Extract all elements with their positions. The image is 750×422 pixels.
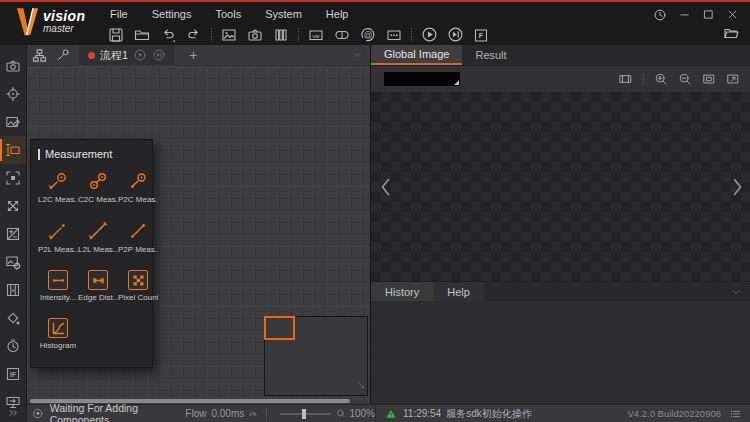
- zoom-in-icon[interactable]: [654, 72, 668, 86]
- script-icon: [386, 27, 402, 43]
- image-gear-icon: [5, 254, 21, 270]
- maximize-icon: [702, 8, 715, 21]
- tool-pixel-count[interactable]: Pixel Count: [118, 270, 158, 302]
- sidebar-item-camera[interactable]: [0, 52, 26, 80]
- run-process-continuous-icon[interactable]: [152, 48, 166, 62]
- tab-global-image[interactable]: Global Image: [371, 45, 462, 65]
- edge-distance-icon: [88, 270, 108, 290]
- script-button[interactable]: [381, 25, 407, 45]
- chevron-left-icon: [380, 177, 391, 197]
- zoom-slider-thumb[interactable]: [302, 409, 306, 419]
- scene-image-button[interactable]: [216, 25, 242, 45]
- add-process-button[interactable]: +: [189, 48, 197, 62]
- point-to-line-measure-icon: [47, 220, 69, 242]
- canvas-zoom-slider[interactable]: [280, 413, 330, 415]
- redo-button[interactable]: [181, 25, 207, 45]
- sidebar-expand-button[interactable]: [0, 406, 26, 420]
- tool-label: Intensity...: [40, 293, 76, 302]
- undo-button[interactable]: [155, 25, 181, 45]
- function-module-icon: F: [473, 27, 489, 43]
- tool-histogram[interactable]: Histogram: [38, 318, 78, 350]
- tool-p2p-measure[interactable]: P2P Meas...: [118, 220, 158, 254]
- sidebar-item-if-branch[interactable]: IF: [0, 360, 26, 388]
- menu-file[interactable]: File: [98, 5, 140, 23]
- zoom-magnifier-icon[interactable]: [336, 408, 346, 419]
- tool-c2c-measure[interactable]: C2C Meas...: [78, 170, 118, 204]
- tab-help[interactable]: Help: [433, 282, 484, 301]
- point-to-point-measure-icon: [127, 220, 149, 242]
- camera-button[interactable]: [242, 25, 268, 45]
- fit-view-icon[interactable]: [702, 72, 716, 86]
- run-process-icon[interactable]: [133, 48, 147, 62]
- module-list-button[interactable]: [268, 25, 294, 45]
- intensity-measure-icon: [48, 270, 68, 290]
- log-list-button[interactable]: [729, 408, 742, 420]
- tool-l2l-measure[interactable]: L2L Meas...: [78, 220, 118, 254]
- sidebar-item-calibration[interactable]: [0, 192, 26, 220]
- image-viewport[interactable]: [371, 92, 750, 281]
- sidebar-item-match[interactable]: [0, 164, 26, 192]
- measurement-icon: [5, 142, 21, 158]
- tool-l2c-measure[interactable]: L2C Meas...: [38, 170, 78, 204]
- history-clock-button[interactable]: [648, 6, 672, 23]
- tool-p2l-measure[interactable]: P2L Meas...: [38, 220, 78, 254]
- tool-p2c-measure[interactable]: P2C Meas...: [118, 170, 158, 204]
- tool-intensity-measure[interactable]: Intensity...: [38, 270, 78, 302]
- flow-settings-button[interactable]: [51, 45, 75, 66]
- sidebar-item-logic-time[interactable]: [0, 332, 26, 360]
- run-continuous-button[interactable]: [442, 25, 468, 45]
- save-button[interactable]: [103, 25, 129, 45]
- tool-label: L2C Meas...: [38, 195, 78, 204]
- svg-text:@: @: [364, 29, 373, 39]
- process-tab[interactable]: 流程1: [79, 45, 175, 66]
- previous-image-button[interactable]: [380, 177, 391, 197]
- image-panel-tabs: Global Image Result: [371, 45, 750, 66]
- brand-primary: vision: [43, 9, 85, 24]
- flow-structure-button[interactable]: [27, 45, 51, 66]
- menu-tools[interactable]: Tools: [203, 5, 253, 23]
- function-module-button[interactable]: F: [468, 25, 494, 45]
- history-panel-collapse-button[interactable]: [730, 286, 742, 298]
- menu-system[interactable]: System: [253, 5, 314, 23]
- maximize-button[interactable]: [696, 6, 720, 23]
- tool-edge-distance[interactable]: Edge Dist...: [78, 270, 118, 302]
- tool-label: P2C Meas...: [118, 195, 158, 204]
- flow-header-collapse-button[interactable]: [351, 49, 363, 61]
- image-display-icon[interactable]: [618, 72, 633, 86]
- sidebar-item-defect-detection[interactable]: [0, 276, 26, 304]
- minimap-viewport[interactable]: [264, 316, 295, 340]
- open-solution-button[interactable]: [723, 25, 740, 45]
- measurement-tool-grid: L2C Meas... C2C Meas...: [38, 170, 147, 350]
- sidebar-item-recognition[interactable]: [0, 248, 26, 276]
- open-button[interactable]: [129, 25, 155, 45]
- close-button[interactable]: [720, 6, 744, 23]
- zoom-out-icon[interactable]: [678, 72, 692, 86]
- io-button[interactable]: [329, 25, 355, 45]
- clock-icon: [653, 8, 667, 22]
- brand-secondary: master: [43, 24, 85, 35]
- menu-settings[interactable]: Settings: [140, 5, 204, 23]
- next-image-button[interactable]: [732, 177, 743, 197]
- run-once-button[interactable]: [416, 25, 442, 45]
- title-accent-bar: [38, 149, 40, 160]
- sidebar-item-measurement[interactable]: [0, 136, 26, 164]
- sidebar-item-calculation[interactable]: [0, 220, 26, 248]
- status-bar-right: 11:29:54 服务sdk初始化操作 V4.2.0 Build20220906: [375, 405, 750, 422]
- minimize-button[interactable]: [672, 6, 696, 23]
- app-version: V4.2.0 Build20220906: [628, 408, 722, 419]
- fullscreen-icon[interactable]: [726, 72, 740, 86]
- sidebar-item-color-process[interactable]: [0, 304, 26, 332]
- status-indicator-icon: [32, 407, 44, 420]
- communication-button[interactable]: @: [355, 25, 381, 45]
- sidebar-item-image-process[interactable]: [0, 108, 26, 136]
- image-source-dropdown[interactable]: [384, 72, 460, 86]
- variable-button[interactable]: var: [303, 25, 329, 45]
- menu-help[interactable]: Help: [314, 5, 361, 23]
- tab-result[interactable]: Result: [462, 45, 519, 65]
- canvas-minimap[interactable]: [264, 316, 368, 396]
- sidebar-item-position[interactable]: [0, 80, 26, 108]
- tab-history[interactable]: History: [371, 282, 433, 301]
- status-bar-left: Waiting For Adding Components Flow 0.00m…: [27, 405, 375, 422]
- minimap-resize-handle[interactable]: [356, 376, 366, 394]
- timer-icon: [5, 338, 21, 354]
